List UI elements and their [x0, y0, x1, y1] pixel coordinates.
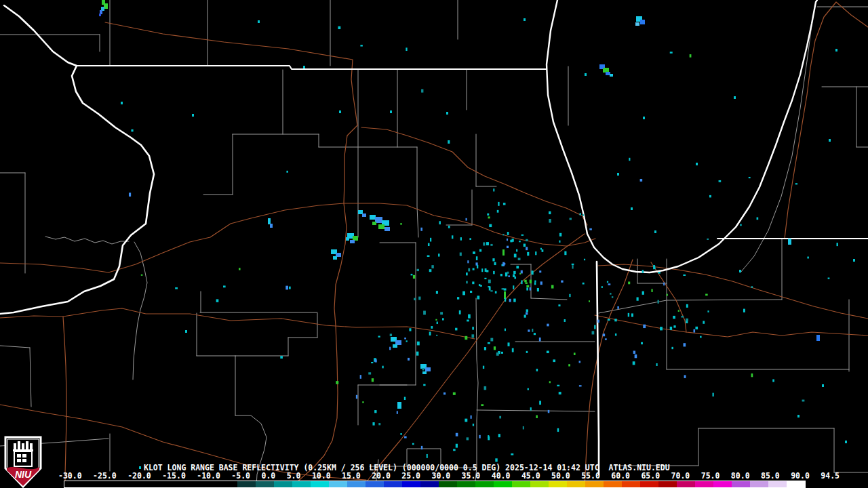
radar-echo [795, 183, 797, 184]
radar-echo [539, 338, 541, 342]
radar-echo [409, 328, 411, 331]
radar-echo [358, 210, 363, 214]
radar-echo [526, 287, 528, 290]
radar-echo [280, 356, 283, 359]
radar-echo [526, 312, 528, 315]
radar-echo [530, 287, 531, 291]
radar-echo [496, 352, 499, 356]
radar-echo [549, 211, 551, 214]
radar-echo [501, 352, 503, 354]
colorbar-tick-label: 0.0 [261, 472, 275, 481]
radar-echo [739, 270, 741, 272]
radar-echo [406, 47, 407, 51]
colorbar-tick-label: 94.5 [821, 472, 840, 481]
radar-echo [350, 240, 355, 243]
radar-echo [631, 313, 633, 317]
radar-echo [459, 310, 461, 314]
radar-echo [411, 274, 413, 275]
radar-echo [653, 265, 655, 268]
radar-echo [751, 373, 753, 377]
radar-echo [397, 411, 398, 413]
radar-echo [521, 281, 522, 285]
radar-echo [540, 281, 542, 285]
radar-echo [837, 243, 838, 246]
radar-echo [594, 325, 595, 329]
radar-echo [559, 233, 561, 237]
radar-echo [719, 180, 722, 182]
colorbar-segment [512, 481, 530, 487]
radar-echo [526, 247, 528, 250]
radar-echo [500, 274, 502, 277]
radar-map [0, 0, 868, 488]
radar-echo [395, 340, 401, 345]
radar-echo [557, 428, 559, 432]
radar-echo [378, 224, 384, 229]
radar-echo [696, 163, 698, 165]
radar-echo [519, 241, 521, 242]
radar-echo [497, 210, 499, 213]
radar-echo [526, 309, 528, 312]
radar-echo [397, 402, 401, 409]
radar-echo [423, 311, 426, 315]
radar-echo [705, 293, 708, 296]
radar-echo [534, 281, 536, 283]
radar-echo [467, 437, 469, 440]
radar-echo [521, 235, 524, 236]
radar-echo [439, 221, 440, 224]
radar-echo [507, 239, 508, 241]
radar-echo [788, 239, 791, 245]
radar-echo [608, 283, 611, 285]
radar-echo [530, 407, 532, 411]
logo-text: NIU [15, 469, 32, 480]
colorbar-segment [768, 481, 787, 487]
radar-echo [175, 287, 178, 289]
radar-echo [534, 333, 536, 335]
radar-echo [537, 288, 539, 291]
radar-echo [513, 274, 515, 277]
radar-echo [404, 338, 406, 339]
radar-echo [389, 347, 391, 350]
radar-echo [583, 283, 585, 285]
radar-echo [690, 54, 692, 58]
radar-echo [589, 300, 590, 302]
radar-echo [490, 244, 492, 246]
radar-echo [547, 351, 549, 354]
radar-echo [440, 312, 443, 314]
radar-echo [523, 426, 524, 430]
radar-echo [835, 49, 837, 52]
radar-echo [417, 269, 419, 271]
radar-echo [382, 366, 383, 369]
radar-echo [507, 246, 509, 248]
radar-echo [513, 271, 515, 274]
radar-echo [141, 274, 143, 276]
colorbar-segment [420, 481, 439, 487]
colorbar-tick-label: 85.0 [761, 472, 780, 481]
radar-echo [551, 285, 554, 288]
radar-echo [807, 257, 808, 259]
radar-echo [477, 265, 478, 268]
radar-echo [641, 342, 643, 344]
radar-echo [707, 310, 709, 312]
radar-echo [443, 392, 446, 394]
radar-echo [476, 256, 477, 260]
radar-echo [700, 336, 701, 338]
radar-echo [285, 286, 288, 290]
radar-echo [504, 288, 507, 290]
radar-echo [431, 326, 433, 329]
radar-echo [408, 358, 410, 361]
radar-echo [362, 214, 366, 217]
colorbar-tick-label: 90.0 [791, 472, 810, 481]
radar-echo [471, 334, 474, 338]
radar-echo [670, 327, 672, 330]
radar-echo [713, 393, 714, 396]
radar-echo [631, 207, 633, 210]
radar-echo [502, 249, 505, 256]
radar-echo [427, 454, 428, 458]
colorbar-segment [256, 481, 274, 487]
colorbar-tick-label: 60.0 [611, 472, 630, 481]
radar-echo [498, 202, 499, 206]
radar-echo [637, 298, 639, 301]
radar-echo [524, 280, 527, 283]
radar-echo [192, 114, 194, 117]
colorbar-segment [658, 481, 677, 487]
